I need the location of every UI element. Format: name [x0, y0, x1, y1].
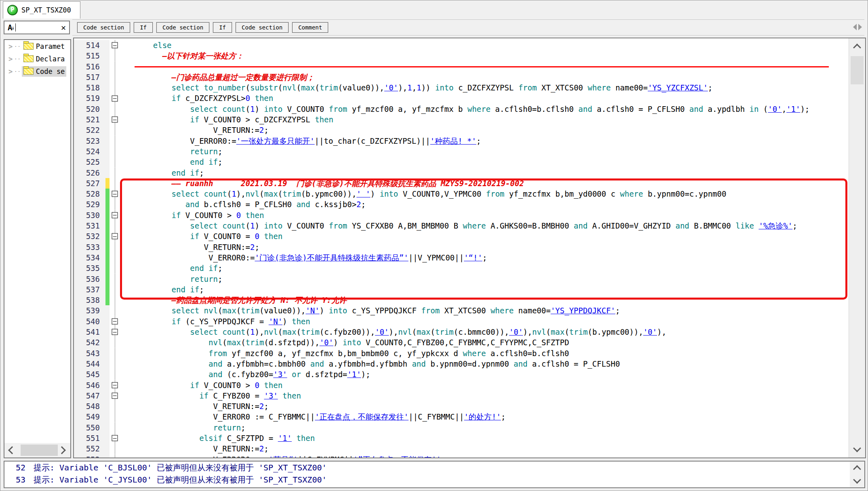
- line-number: 533: [74, 242, 105, 252]
- fold-column: [110, 327, 120, 337]
- code-text: —门诊药品总量超过一定数量要进行限制；: [120, 72, 849, 82]
- change-bar-empty: [105, 390, 110, 401]
- expand-chevron-icon[interactable]: >: [8, 67, 13, 76]
- fold-column: [110, 72, 120, 82]
- fold-column: [110, 93, 120, 103]
- sort-filter-box[interactable]: A ↓ ✕: [4, 21, 70, 34]
- code-line-546: 546 if V_COUNT0 > 0 then: [74, 380, 849, 390]
- scrollbar-thumb[interactable]: [21, 445, 58, 456]
- change-bar-empty: [105, 305, 110, 316]
- messages-vertical-scrollbar[interactable]: [850, 462, 864, 487]
- toolbar-button-if-1[interactable]: If: [134, 22, 153, 33]
- code-text: select count(1),nvl(max(trim(b.ypmc00)),…: [120, 189, 849, 199]
- code-text: V_ERROR0 := C_FYBMMC||'正在盘点，不能保存发往'||C_F…: [120, 411, 849, 422]
- sidebar-item-declara[interactable]: >··Declara: [4, 52, 70, 65]
- line-number: 543: [74, 348, 105, 359]
- fold-column: [110, 82, 120, 93]
- toolbar-button-code-section-4[interactable]: Code section: [236, 22, 289, 33]
- fold-collapse-icon[interactable]: [112, 233, 118, 239]
- scroll-down-icon[interactable]: [853, 476, 861, 484]
- change-bar-empty: [105, 401, 110, 411]
- fold-collapse-icon[interactable]: [112, 95, 118, 101]
- code-line-519: 519 if c_DZCFXZYPSL>0 then: [74, 93, 849, 103]
- change-bar-empty: [105, 50, 110, 61]
- code-text: [120, 61, 849, 72]
- code-line-522: 522 V_RETURN:=2;: [74, 125, 849, 135]
- code-text: elsif C_SFZTPD = '1' then: [120, 433, 849, 443]
- fold-collapse-icon[interactable]: [112, 329, 118, 335]
- fold-collapse-icon[interactable]: [112, 435, 118, 441]
- message-row[interactable]: 52提示: Variable 'C_BJSL00' 已被声明但从来没有被用于 '…: [4, 462, 864, 474]
- fold-collapse-icon[interactable]: [112, 318, 118, 324]
- message-row[interactable]: 53提示: Variable 'C_JYSL00' 已被声明但从来没有被用于 '…: [4, 474, 864, 486]
- fold-collapse-icon[interactable]: [112, 191, 118, 197]
- scroll-right-icon[interactable]: [58, 446, 66, 454]
- code-line-543: 543 from yf_mzcf00 a, yf_mzcfmx b,bm_bmb…: [74, 348, 849, 359]
- fold-column: [110, 316, 120, 327]
- fold-collapse-icon[interactable]: [112, 212, 118, 218]
- change-bar-empty: [105, 359, 110, 369]
- toolbar-button-code-section-2[interactable]: Code section: [156, 22, 209, 33]
- scroll-right-icon[interactable]: [858, 24, 862, 30]
- fold-column: [110, 263, 120, 273]
- change-bar-empty: [105, 337, 110, 348]
- code-line-545: 545 and (c.fybz00='3' or d.sfztpd='1');: [74, 369, 849, 380]
- line-number: 544: [74, 359, 105, 369]
- change-bar-empty: [105, 369, 110, 380]
- code-text: else: [120, 40, 849, 50]
- code-line-532: 532 if V_COUNT0 = 0 then: [74, 231, 849, 241]
- fold-collapse-icon[interactable]: [112, 42, 118, 48]
- change-bar-empty: [105, 411, 110, 422]
- expand-chevron-icon[interactable]: >: [8, 42, 13, 50]
- fold-collapse-icon[interactable]: [112, 117, 118, 123]
- fold-column: [110, 390, 120, 401]
- expand-chevron-icon[interactable]: >: [8, 55, 13, 63]
- clear-filter-icon[interactable]: ✕: [61, 23, 66, 31]
- fold-column: [110, 242, 120, 252]
- line-number: 542: [74, 337, 105, 348]
- tab-sp-xt-tsxz00[interactable]: P SP_XT_TSXZ00: [3, 1, 80, 19]
- fold-collapse-icon[interactable]: [112, 392, 118, 399]
- message-text: 提示: Variable 'C_JYSL00' 已被声明但从来没有被用于 'SP…: [34, 474, 864, 486]
- change-bar: [105, 295, 110, 305]
- line-number: 548: [74, 401, 105, 411]
- scroll-up-icon[interactable]: [853, 44, 861, 52]
- scroll-up-icon[interactable]: [853, 465, 861, 473]
- code-line-517: 517 —门诊药品总量超过一定数量要进行限制；: [74, 72, 849, 82]
- text-caret: [15, 23, 16, 31]
- code-text: if V_COUNT0 = 0 then: [120, 231, 849, 241]
- code-navigation-button-strip: Code sectionIfCode sectionIfCode section…: [72, 19, 864, 36]
- strip-scroll-arrows[interactable]: [853, 24, 862, 30]
- code-line-523: 523 V_ERROR0:='一张处方最多只能开'||to_char(c_DZC…: [74, 136, 849, 146]
- compiler-messages-panel: 52提示: Variable 'C_BJSL00' 已被声明但从来没有被用于 '…: [4, 461, 865, 488]
- scrollbar-thumb[interactable]: [851, 56, 864, 84]
- code-text: end if;: [120, 284, 849, 295]
- scroll-left-icon[interactable]: [853, 24, 857, 30]
- fold-collapse-icon[interactable]: [112, 382, 118, 388]
- fold-column: [110, 157, 120, 167]
- code-line-536: 536 return;: [74, 274, 849, 284]
- scroll-down-icon[interactable]: [853, 444, 861, 452]
- change-bar: [105, 284, 110, 295]
- scroll-left-icon[interactable]: [8, 446, 16, 454]
- toolbar-button-comment-5[interactable]: Comment: [292, 22, 328, 33]
- tree-horizontal-scrollbar[interactable]: [4, 443, 70, 457]
- editor-vertical-scrollbar[interactable]: [849, 38, 865, 457]
- line-number: 547: [74, 390, 105, 401]
- sidebar-item-code-se[interactable]: >··Code se: [4, 65, 70, 78]
- code-line-547: 547 if C_FYBZ00 = '3' then: [74, 390, 849, 401]
- line-number: 531: [74, 220, 105, 231]
- fold-column: [110, 168, 120, 178]
- code-line-552: 552 V_RETURN:=2;: [74, 443, 849, 454]
- sidebar-item-paramet[interactable]: >··Paramet: [4, 40, 70, 52]
- code-editor[interactable]: 514 else515 —以下针对某一张处方：516517 —门诊药品总量超过一…: [73, 38, 866, 458]
- toolbar-button-code-section-0[interactable]: Code section: [77, 22, 130, 33]
- toolbar-button-if-3[interactable]: If: [213, 22, 232, 33]
- line-number: 529: [74, 199, 105, 210]
- code-text: select count(1) into V_COUNT0 from yf_mz…: [120, 104, 849, 114]
- code-text: and a.yfbmbh=c.bmbh00 and a.yfbmbh=d.yfb…: [120, 359, 849, 369]
- tree-connector: ··: [14, 56, 21, 62]
- line-number: 514: [74, 40, 105, 50]
- line-number: 546: [74, 380, 105, 390]
- change-bar-empty: [105, 433, 110, 443]
